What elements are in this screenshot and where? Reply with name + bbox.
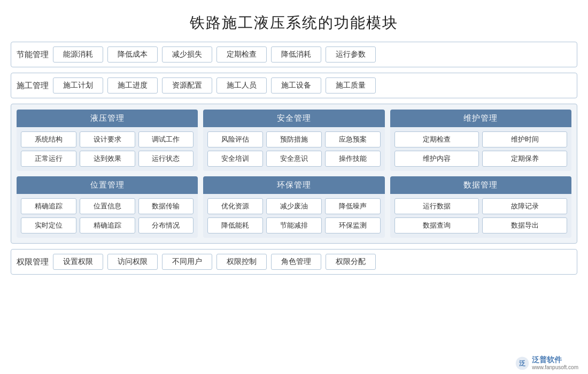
modules-grid: 液压管理系统结构设计要求调试工作正常运行达到效果运行状态安全管理风险评估预防措施… (17, 110, 571, 238)
module-item: 安全意识 (266, 151, 322, 167)
module-row: 优化资源减少废油降低噪声 (207, 198, 380, 214)
module-item: 运行数据 (394, 198, 479, 214)
module-item: 达到效果 (80, 151, 135, 167)
module-item: 分布情况 (138, 217, 194, 233)
module-item: 数据传输 (138, 198, 194, 214)
row-item: 施工设备 (271, 77, 321, 94)
module-huanbao: 环保管理优化资源减少废油降低噪声降低能耗节能减排环保监测 (203, 176, 384, 238)
module-row: 降低能耗节能减排环保监测 (207, 217, 380, 233)
footer-logo: 泛 泛普软件 www.fanpusoft.com (515, 355, 578, 371)
row-item: 施工质量 (326, 77, 376, 94)
module-weizhi-header: 位置管理 (17, 176, 198, 194)
module-item: 系统结构 (21, 131, 76, 147)
page-title: 铁路施工液压系统的功能模块 (11, 5, 577, 42)
module-item: 维护时间 (482, 131, 567, 147)
module-item: 设计要求 (80, 131, 135, 147)
row-item: 降低消耗 (271, 46, 321, 63)
module-item: 定期保养 (482, 151, 567, 167)
module-item: 精确追踪 (80, 217, 135, 233)
module-item: 数据导出 (482, 217, 567, 233)
module-row: 维护内容定期保养 (394, 151, 567, 167)
module-item: 降低噪声 (325, 198, 381, 214)
quanxian-section: 权限管理 设置权限访问权限不同用户权限控制角色管理权限分配 (11, 249, 577, 275)
module-item: 降低能耗 (207, 217, 263, 233)
module-yuya-header: 液压管理 (17, 110, 198, 127)
module-weihu: 维护管理定期检查维护时间维护内容定期保养 (390, 110, 571, 171)
module-item: 安全培训 (207, 151, 263, 167)
row-item: 权限分配 (326, 254, 376, 270)
row-item: 角色管理 (271, 254, 321, 270)
module-item: 预防措施 (266, 131, 322, 147)
row-item: 施工计划 (53, 77, 103, 94)
row-item: 施工进度 (107, 77, 158, 94)
module-row: 安全培训安全意识操作技能 (207, 151, 380, 167)
module-huanbao-body: 优化资源减少废油降低噪声降低能耗节能减排环保监测 (203, 194, 384, 238)
row-item: 定期检查 (216, 46, 267, 63)
logo-icon: 泛 (515, 356, 530, 371)
row-item: 资源配置 (162, 77, 212, 94)
jieneng-section: 节能管理 能源消耗降低成本减少损失定期检查降低消耗运行参数 (11, 42, 577, 67)
module-item: 操作技能 (325, 151, 381, 167)
module-shuju-header: 数据管理 (390, 176, 571, 194)
svg-text:泛: 泛 (519, 360, 526, 367)
module-item: 减少废油 (266, 198, 322, 214)
module-item: 优化资源 (207, 198, 263, 214)
module-item: 精确追踪 (21, 198, 76, 214)
jieneng-label: 节能管理 (17, 50, 49, 60)
row-item: 权限控制 (216, 254, 267, 270)
row-item: 设置权限 (53, 254, 103, 270)
module-item: 维护内容 (394, 151, 479, 167)
module-item: 节能减排 (266, 217, 322, 233)
module-row: 定期检查维护时间 (394, 131, 567, 147)
brand-name: 泛普软件 (532, 355, 578, 364)
row-item: 能源消耗 (53, 46, 103, 63)
module-row: 精确追踪位置信息数据传输 (21, 198, 194, 214)
quanxian-items: 设置权限访问权限不同用户权限控制角色管理权限分配 (53, 254, 376, 270)
row-item: 降低成本 (107, 46, 158, 63)
module-item: 调试工作 (138, 131, 194, 147)
footer-text: 泛普软件 www.fanpusoft.com (532, 355, 578, 371)
shigong-label: 施工管理 (17, 81, 49, 91)
module-item: 实时定位 (21, 217, 76, 233)
module-weihu-header: 维护管理 (390, 110, 571, 127)
module-anquan-body: 风险评估预防措施应急预案安全培训安全意识操作技能 (203, 127, 384, 171)
row-item: 不同用户 (162, 254, 212, 270)
module-row: 运行数据故障记录 (394, 198, 567, 214)
shigong-section: 施工管理 施工计划施工进度资源配置施工人员施工设备施工质量 (11, 73, 577, 98)
module-huanbao-header: 环保管理 (203, 176, 384, 194)
module-row: 正常运行达到效果运行状态 (21, 151, 194, 167)
module-weizhi: 位置管理精确追踪位置信息数据传输实时定位精确追踪分布情况 (17, 176, 198, 238)
page-wrapper: 铁路施工液压系统的功能模块 节能管理 能源消耗降低成本减少损失定期检查降低消耗运… (0, 0, 588, 374)
module-shuju-body: 运行数据故障记录数据查询数据导出 (390, 194, 571, 238)
module-item: 数据查询 (394, 217, 479, 233)
module-item: 环保监测 (325, 217, 381, 233)
row-item: 施工人员 (216, 77, 267, 94)
module-item: 故障记录 (482, 198, 567, 214)
module-item: 定期检查 (394, 131, 479, 147)
row-item: 运行参数 (326, 46, 376, 63)
module-anquan: 安全管理风险评估预防措施应急预案安全培训安全意识操作技能 (203, 110, 384, 171)
module-row: 实时定位精确追踪分布情况 (21, 217, 194, 233)
quanxian-label: 权限管理 (17, 257, 49, 267)
module-row: 风险评估预防措施应急预案 (207, 131, 380, 147)
row-item: 访问权限 (107, 254, 158, 270)
middle-section: 液压管理系统结构设计要求调试工作正常运行达到效果运行状态安全管理风险评估预防措施… (11, 104, 577, 244)
footer: 泛 泛普软件 www.fanpusoft.com (515, 355, 578, 371)
module-weihu-body: 定期检查维护时间维护内容定期保养 (390, 127, 571, 171)
module-yuya: 液压管理系统结构设计要求调试工作正常运行达到效果运行状态 (17, 110, 198, 171)
module-item: 位置信息 (80, 198, 135, 214)
module-row: 系统结构设计要求调试工作 (21, 131, 194, 147)
module-yuya-body: 系统结构设计要求调试工作正常运行达到效果运行状态 (17, 127, 198, 171)
module-row: 数据查询数据导出 (394, 217, 567, 233)
module-anquan-header: 安全管理 (203, 110, 384, 127)
module-item: 风险评估 (207, 131, 263, 147)
brand-url: www.fanpusoft.com (532, 364, 578, 371)
module-item: 应急预案 (325, 131, 381, 147)
jieneng-items: 能源消耗降低成本减少损失定期检查降低消耗运行参数 (53, 46, 376, 63)
module-item: 正常运行 (21, 151, 76, 167)
row-item: 减少损失 (162, 46, 212, 63)
module-weizhi-body: 精确追踪位置信息数据传输实时定位精确追踪分布情况 (17, 194, 198, 238)
module-shuju: 数据管理运行数据故障记录数据查询数据导出 (390, 176, 571, 238)
module-item: 运行状态 (138, 151, 194, 167)
shigong-items: 施工计划施工进度资源配置施工人员施工设备施工质量 (53, 77, 376, 94)
